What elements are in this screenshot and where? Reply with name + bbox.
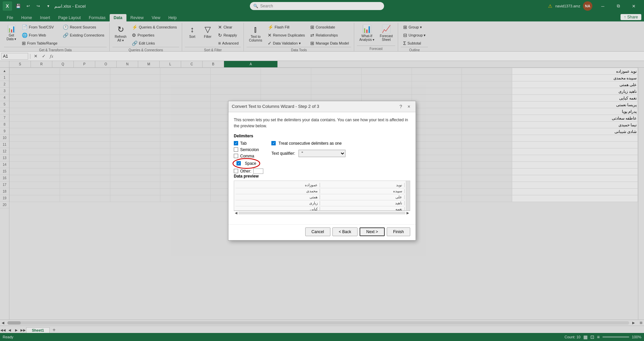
semicolon-checkbox[interactable]	[234, 147, 238, 152]
delimiters-label: Delimiters	[234, 134, 410, 138]
tab-label: Tab	[240, 141, 247, 146]
dialog-description: This screen lets you set the delimiters …	[234, 117, 410, 129]
treat-consecutive-checkbox[interactable]	[271, 141, 276, 145]
preview-cell: ناهید	[320, 201, 405, 205]
other-input[interactable]	[253, 168, 263, 174]
convert-text-dialog: Convert Text to Columns Wizard - Step 2 …	[228, 101, 416, 241]
other-checkbox[interactable]	[234, 169, 238, 173]
comma-checkbox-row: Comma	[234, 154, 263, 158]
preview-cell: محمدی	[235, 189, 320, 193]
comma-checkbox[interactable]	[234, 154, 238, 158]
preview-row: ناهیدزیاری	[235, 200, 405, 206]
text-qualifier-row: Text qualifier: " ' {none}	[271, 150, 345, 157]
preview-row: علیهمتی	[235, 194, 405, 200]
treat-consecutive-row: Treat consecutive delimiters as one	[271, 141, 345, 146]
right-options: Treat consecutive delimiters as one Text…	[271, 141, 345, 174]
dialog-body: This screen lets you set the delimiters …	[228, 112, 416, 224]
other-label: Other:	[240, 169, 251, 174]
delimiter-checkboxes: Tab Semicolon Comma Space	[234, 141, 263, 174]
dialog-close-btn[interactable]: ×	[406, 103, 412, 110]
preview-row: نغمهکیایی	[235, 206, 405, 210]
next-button[interactable]: Next >	[360, 227, 385, 236]
preview-row: سپیدهمحمدی	[235, 188, 405, 194]
tab-checkbox[interactable]	[234, 141, 238, 145]
cancel-button[interactable]: Cancel	[305, 227, 330, 236]
preview-bottom-scroll: ◀ ▶	[234, 211, 410, 215]
text-qualifier-label: Text qualifier:	[271, 151, 295, 156]
dialog-help-btn[interactable]: ?	[397, 103, 404, 110]
semicolon-label: Semicolon	[240, 147, 259, 152]
dialog-title-bar: Convert Text to Columns Wizard - Step 2 …	[228, 101, 416, 112]
preview-cell: عموزاده	[235, 183, 320, 187]
dialog-footer: Cancel < Back Next > Finish	[228, 224, 416, 240]
space-label: Space	[245, 161, 256, 166]
preview-rows: نویدعموزادهسپیدهمحمدیعلیهمتیناهیدزیارینغ…	[235, 182, 405, 210]
delimiters-section: Tab Semicolon Comma Space	[234, 141, 410, 174]
space-checkbox[interactable]	[236, 161, 241, 165]
preview-scrollbar[interactable]	[406, 181, 410, 210]
comma-label: Comma	[240, 154, 254, 158]
dialog-overlay: Convert Text to Columns Wizard - Step 2 …	[0, 0, 644, 341]
preview-cell: علی	[320, 195, 405, 199]
preview-htrack[interactable]	[238, 212, 406, 214]
preview-content: نویدعموزادهسپیدهمحمدیعلیهمتیناهیدزیارینغ…	[234, 181, 406, 210]
finish-button[interactable]: Finish	[387, 227, 410, 236]
space-checkbox-row: Space	[234, 160, 259, 167]
dialog-title: Convert Text to Columns Wizard - Step 2 …	[232, 104, 319, 109]
treat-consecutive-label: Treat consecutive delimiters as one	[278, 141, 341, 146]
preview-cell: سپیده	[320, 189, 405, 193]
preview-box: نویدعموزادهسپیدهمحمدیعلیهمتیناهیدزیارینغ…	[234, 181, 410, 211]
dialog-title-buttons: ? ×	[397, 103, 412, 110]
preview-label: Data preview	[234, 174, 410, 179]
data-preview-section: Data preview نویدعموزادهسپیدهمحمدیعلیهمت…	[234, 174, 410, 215]
preview-cell: نغمه	[320, 207, 405, 210]
preview-scroll-right[interactable]: ▶	[406, 211, 410, 215]
back-button[interactable]: < Back	[332, 227, 358, 236]
text-qualifier-select[interactable]: " ' {none}	[299, 150, 345, 157]
tab-checkbox-row: Tab	[234, 141, 263, 146]
other-checkbox-row: Other:	[234, 168, 263, 174]
preview-cell: همتی	[235, 195, 320, 199]
preview-cell: زیاری	[235, 201, 320, 205]
preview-row: نویدعموزاده	[235, 182, 405, 188]
preview-cell: نوید	[320, 183, 405, 187]
preview-scroll-left[interactable]: ◀	[234, 211, 238, 215]
preview-cell: کیایی	[235, 207, 320, 210]
semicolon-checkbox-row: Semicolon	[234, 147, 263, 152]
